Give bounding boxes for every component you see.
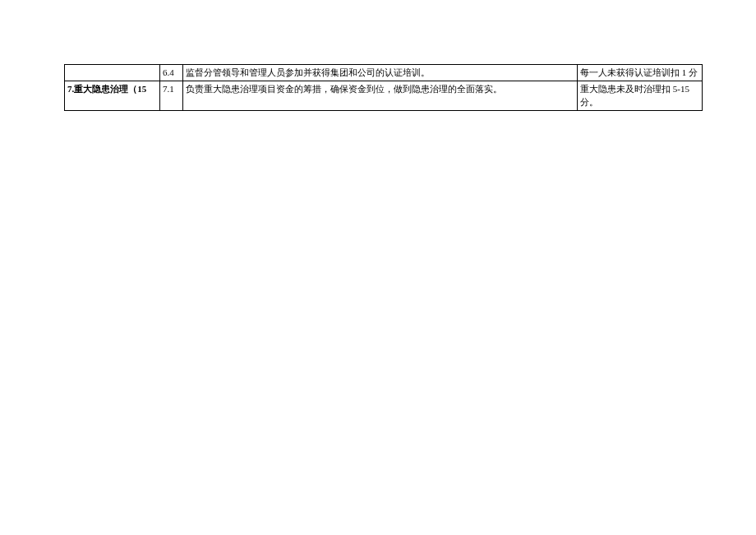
content-cell: 负责重大隐患治理项目资金的筹措，确保资金到位，做到隐患治理的全面落实。 [183, 81, 578, 111]
scoring-cell: 每一人未获得认证培训扣 1 分 [578, 65, 703, 81]
number-cell: 7.1 [160, 81, 183, 111]
table-row: 7.重大隐患治理（15 7.1 负责重大隐患治理项目资金的筹措，确保资金到位，做… [65, 81, 703, 111]
assessment-table-container: 6.4 监督分管领导和管理人员参加并获得集团和公司的认证培训。 每一人未获得认证… [64, 64, 702, 111]
scoring-cell: 重大隐患未及时治理扣 5-15 分。 [578, 81, 703, 111]
assessment-table: 6.4 监督分管领导和管理人员参加并获得集团和公司的认证培训。 每一人未获得认证… [64, 64, 703, 111]
number-cell: 6.4 [160, 65, 183, 81]
content-cell: 监督分管领导和管理人员参加并获得集团和公司的认证培训。 [183, 65, 578, 81]
category-cell [65, 65, 160, 81]
category-cell: 7.重大隐患治理（15 [65, 81, 160, 111]
table-row: 6.4 监督分管领导和管理人员参加并获得集团和公司的认证培训。 每一人未获得认证… [65, 65, 703, 81]
